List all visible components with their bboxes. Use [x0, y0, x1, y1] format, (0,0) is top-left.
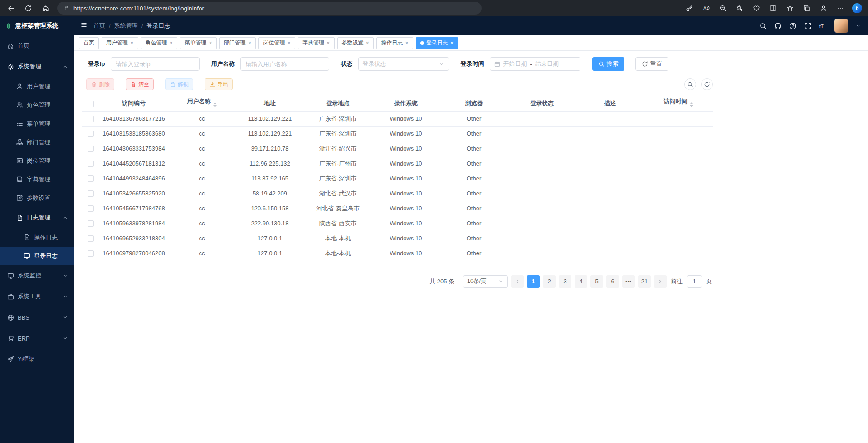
column-header[interactable]: 访问时间 — [644, 96, 713, 111]
tab-close-icon[interactable]: × — [327, 40, 330, 46]
browser-home-button[interactable] — [39, 2, 52, 15]
sort-icon[interactable] — [690, 101, 693, 109]
unlock-button[interactable]: 解锁 — [165, 78, 193, 90]
split-screen-button[interactable] — [767, 2, 780, 15]
page-button-1[interactable]: 1 — [527, 275, 540, 288]
search-button[interactable] — [759, 22, 767, 30]
tab-post[interactable]: 岗位管理× — [258, 37, 295, 49]
font-size-button[interactable]: tT — [819, 22, 827, 30]
row-checkbox[interactable] — [88, 116, 94, 122]
next-page-button[interactable] — [654, 275, 667, 288]
status-select[interactable]: 登录状态 — [358, 57, 449, 71]
more-button[interactable] — [834, 2, 847, 15]
export-button[interactable]: 导出 — [205, 78, 233, 90]
tab-home[interactable]: 首页 — [79, 37, 99, 49]
tab-menu[interactable]: 菜单管理× — [180, 37, 217, 49]
table-toolbar: 删除 清空 解锁 导出 — [86, 78, 713, 90]
collections-button[interactable] — [800, 2, 813, 15]
page-button-3[interactable]: 3 — [559, 275, 571, 288]
sidebar-item-system[interactable]: 系统管理 — [0, 56, 74, 77]
sidebar-item-log[interactable]: 日志管理 — [0, 207, 74, 228]
reset-button[interactable]: 重置 — [635, 57, 668, 71]
tab-close-icon[interactable]: × — [209, 40, 212, 46]
sidebar-item-post[interactable]: 岗位管理 — [0, 151, 74, 170]
collapse-sidebar-button[interactable] — [81, 22, 87, 30]
sidebar-item-role[interactable]: 角色管理 — [0, 96, 74, 114]
fullscreen-button[interactable] — [804, 22, 812, 30]
tab-close-icon[interactable]: × — [130, 40, 134, 46]
profile-button[interactable] — [817, 2, 830, 15]
page-button-5[interactable]: 5 — [590, 275, 603, 288]
tab-user[interactable]: 用户管理× — [102, 37, 138, 49]
favorites-button[interactable] — [784, 2, 796, 15]
help-button[interactable] — [789, 22, 797, 30]
clear-button[interactable]: 清空 — [126, 78, 154, 90]
search-button[interactable]: 搜索 — [592, 57, 624, 71]
tab-role[interactable]: 角色管理× — [141, 37, 178, 49]
prev-page-button[interactable] — [511, 275, 524, 288]
row-checkbox[interactable] — [88, 131, 94, 137]
goto-page-input[interactable] — [687, 275, 702, 288]
copilot-button[interactable]: b — [851, 2, 863, 15]
row-checkbox[interactable] — [88, 250, 94, 257]
breadcrumb-item[interactable]: 系统管理 — [114, 22, 138, 30]
sidebar-item-bbs[interactable]: BBS — [0, 307, 74, 328]
avatar[interactable] — [834, 19, 848, 33]
sidebar-item-dept[interactable]: 部门管理 — [0, 133, 74, 151]
tab-dept[interactable]: 部门管理× — [219, 37, 256, 49]
page-button-4[interactable]: 4 — [575, 275, 587, 288]
browser-reload-button[interactable] — [22, 2, 34, 15]
sidebar-item-monitor[interactable]: 系统监控 — [0, 265, 74, 286]
row-checkbox[interactable] — [88, 205, 94, 212]
column-header[interactable]: 用户名称 — [168, 96, 236, 111]
sort-icon[interactable] — [213, 101, 217, 109]
row-checkbox[interactable] — [88, 175, 94, 182]
page-size-select[interactable]: 10条/页 — [463, 275, 508, 288]
tab-close-icon[interactable]: × — [450, 40, 454, 46]
sidebar-item-user[interactable]: 用户管理 — [0, 77, 74, 96]
login-ip-input[interactable] — [111, 57, 200, 71]
select-all-checkbox[interactable] — [88, 101, 94, 107]
sidebar-item-op-log[interactable]: 操作日志 — [0, 228, 74, 247]
row-checkbox[interactable] — [88, 146, 94, 152]
toggle-search-button[interactable] — [684, 78, 696, 90]
tab-close-icon[interactable]: × — [170, 40, 173, 46]
browser-back-button[interactable] — [5, 2, 17, 15]
address-bar[interactable]: https://ccnetcore.com:1101/system/log/lo… — [57, 2, 482, 15]
sidebar-item-tools[interactable]: 系统工具 — [0, 286, 74, 307]
login-time-range-picker[interactable]: 开始日期 - 结束日期 — [490, 57, 580, 71]
read-aloud-button[interactable]: A — [700, 2, 712, 15]
row-checkbox[interactable] — [88, 190, 94, 197]
github-button[interactable] — [774, 22, 782, 30]
breadcrumb-item[interactable]: 首页 — [93, 22, 105, 30]
tab-op-log[interactable]: 操作日志× — [376, 37, 413, 49]
key-button[interactable] — [683, 2, 696, 15]
tab-close-icon[interactable]: × — [366, 40, 370, 46]
tab-login-log[interactable]: 登录日志× — [416, 37, 458, 49]
sidebar-item-menu[interactable]: 菜单管理 — [0, 114, 74, 133]
page-button-6[interactable]: 6 — [606, 275, 619, 288]
sidebar-item-login-log[interactable]: 登录日志 — [0, 247, 74, 265]
page-ellipsis[interactable]: ••• — [622, 275, 635, 288]
row-checkbox[interactable] — [88, 161, 94, 167]
add-favorite-button[interactable] — [733, 2, 746, 15]
tab-close-icon[interactable]: × — [248, 40, 252, 46]
zoom-out-button[interactable] — [717, 2, 729, 15]
row-checkbox[interactable] — [88, 220, 94, 227]
sidebar-item-param[interactable]: 参数设置 — [0, 189, 74, 207]
tab-close-icon[interactable]: × — [287, 40, 291, 46]
sidebar-item-dict[interactable]: 字典管理 — [0, 170, 74, 189]
page-button-2[interactable]: 2 — [543, 275, 556, 288]
sidebar-item-yi[interactable]: Yi框架 — [0, 349, 74, 370]
delete-button[interactable]: 删除 — [86, 78, 114, 90]
tab-dict[interactable]: 字典管理× — [298, 37, 335, 49]
tab-param[interactable]: 参数设置× — [337, 37, 374, 49]
sidebar-item-home[interactable]: 首页 — [0, 35, 74, 56]
refresh-table-button[interactable] — [701, 78, 713, 90]
user-name-input[interactable] — [240, 57, 329, 71]
row-checkbox[interactable] — [88, 235, 94, 242]
browser-essentials-button[interactable] — [750, 2, 763, 15]
sidebar-item-erp[interactable]: ERP — [0, 328, 74, 349]
tab-close-icon[interactable]: × — [405, 40, 409, 46]
page-button-21[interactable]: 21 — [638, 275, 651, 288]
